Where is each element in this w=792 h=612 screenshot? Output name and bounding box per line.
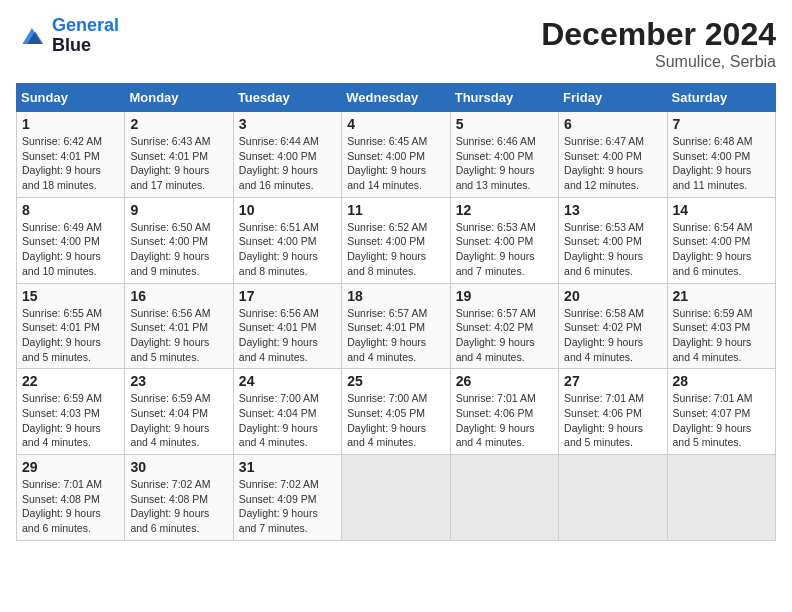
weekday-header-wednesday: Wednesday	[342, 84, 450, 112]
calendar-cell: 2Sunrise: 6:43 AM Sunset: 4:01 PM Daylig…	[125, 112, 233, 198]
day-number: 20	[564, 288, 661, 304]
day-info: Sunrise: 6:43 AM Sunset: 4:01 PM Dayligh…	[130, 134, 227, 193]
calendar-cell: 10Sunrise: 6:51 AM Sunset: 4:00 PM Dayli…	[233, 197, 341, 283]
title-area: December 2024 Sumulice, Serbia	[541, 16, 776, 71]
day-info: Sunrise: 6:42 AM Sunset: 4:01 PM Dayligh…	[22, 134, 119, 193]
day-number: 16	[130, 288, 227, 304]
calendar-cell: 31Sunrise: 7:02 AM Sunset: 4:09 PM Dayli…	[233, 455, 341, 541]
day-info: Sunrise: 6:44 AM Sunset: 4:00 PM Dayligh…	[239, 134, 336, 193]
day-info: Sunrise: 6:57 AM Sunset: 4:01 PM Dayligh…	[347, 306, 444, 365]
day-number: 14	[673, 202, 770, 218]
calendar-cell: 8Sunrise: 6:49 AM Sunset: 4:00 PM Daylig…	[17, 197, 125, 283]
day-info: Sunrise: 7:01 AM Sunset: 4:06 PM Dayligh…	[564, 391, 661, 450]
calendar-cell: 21Sunrise: 6:59 AM Sunset: 4:03 PM Dayli…	[667, 283, 775, 369]
weekday-header-sunday: Sunday	[17, 84, 125, 112]
day-number: 17	[239, 288, 336, 304]
calendar-cell: 9Sunrise: 6:50 AM Sunset: 4:00 PM Daylig…	[125, 197, 233, 283]
day-number: 22	[22, 373, 119, 389]
day-number: 13	[564, 202, 661, 218]
day-info: Sunrise: 7:00 AM Sunset: 4:05 PM Dayligh…	[347, 391, 444, 450]
day-number: 31	[239, 459, 336, 475]
weekday-header-saturday: Saturday	[667, 84, 775, 112]
day-info: Sunrise: 7:01 AM Sunset: 4:06 PM Dayligh…	[456, 391, 553, 450]
calendar-cell: 7Sunrise: 6:48 AM Sunset: 4:00 PM Daylig…	[667, 112, 775, 198]
calendar-cell: 5Sunrise: 6:46 AM Sunset: 4:00 PM Daylig…	[450, 112, 558, 198]
logo: General Blue	[16, 16, 119, 56]
weekday-header-tuesday: Tuesday	[233, 84, 341, 112]
day-number: 15	[22, 288, 119, 304]
day-info: Sunrise: 6:51 AM Sunset: 4:00 PM Dayligh…	[239, 220, 336, 279]
day-number: 28	[673, 373, 770, 389]
day-info: Sunrise: 6:59 AM Sunset: 4:03 PM Dayligh…	[673, 306, 770, 365]
calendar-cell: 27Sunrise: 7:01 AM Sunset: 4:06 PM Dayli…	[559, 369, 667, 455]
day-number: 12	[456, 202, 553, 218]
calendar-cell: 15Sunrise: 6:55 AM Sunset: 4:01 PM Dayli…	[17, 283, 125, 369]
day-number: 30	[130, 459, 227, 475]
calendar-cell: 13Sunrise: 6:53 AM Sunset: 4:00 PM Dayli…	[559, 197, 667, 283]
calendar-cell	[559, 455, 667, 541]
calendar-cell: 1Sunrise: 6:42 AM Sunset: 4:01 PM Daylig…	[17, 112, 125, 198]
calendar-cell: 22Sunrise: 6:59 AM Sunset: 4:03 PM Dayli…	[17, 369, 125, 455]
day-info: Sunrise: 7:02 AM Sunset: 4:08 PM Dayligh…	[130, 477, 227, 536]
calendar-cell: 19Sunrise: 6:57 AM Sunset: 4:02 PM Dayli…	[450, 283, 558, 369]
calendar-cell: 26Sunrise: 7:01 AM Sunset: 4:06 PM Dayli…	[450, 369, 558, 455]
day-info: Sunrise: 6:58 AM Sunset: 4:02 PM Dayligh…	[564, 306, 661, 365]
day-number: 25	[347, 373, 444, 389]
month-title: December 2024	[541, 16, 776, 53]
calendar-cell: 14Sunrise: 6:54 AM Sunset: 4:00 PM Dayli…	[667, 197, 775, 283]
calendar-cell: 20Sunrise: 6:58 AM Sunset: 4:02 PM Dayli…	[559, 283, 667, 369]
day-number: 24	[239, 373, 336, 389]
calendar-cell: 16Sunrise: 6:56 AM Sunset: 4:01 PM Dayli…	[125, 283, 233, 369]
day-number: 2	[130, 116, 227, 132]
calendar-cell: 17Sunrise: 6:56 AM Sunset: 4:01 PM Dayli…	[233, 283, 341, 369]
calendar-cell	[667, 455, 775, 541]
day-number: 26	[456, 373, 553, 389]
day-info: Sunrise: 7:01 AM Sunset: 4:08 PM Dayligh…	[22, 477, 119, 536]
calendar-cell: 18Sunrise: 6:57 AM Sunset: 4:01 PM Dayli…	[342, 283, 450, 369]
calendar-cell: 4Sunrise: 6:45 AM Sunset: 4:00 PM Daylig…	[342, 112, 450, 198]
calendar-cell: 6Sunrise: 6:47 AM Sunset: 4:00 PM Daylig…	[559, 112, 667, 198]
day-info: Sunrise: 6:59 AM Sunset: 4:03 PM Dayligh…	[22, 391, 119, 450]
day-info: Sunrise: 7:02 AM Sunset: 4:09 PM Dayligh…	[239, 477, 336, 536]
day-number: 5	[456, 116, 553, 132]
day-number: 7	[673, 116, 770, 132]
day-info: Sunrise: 6:59 AM Sunset: 4:04 PM Dayligh…	[130, 391, 227, 450]
day-number: 10	[239, 202, 336, 218]
day-info: Sunrise: 6:45 AM Sunset: 4:00 PM Dayligh…	[347, 134, 444, 193]
day-number: 9	[130, 202, 227, 218]
logo-text: General Blue	[52, 16, 119, 56]
day-info: Sunrise: 6:49 AM Sunset: 4:00 PM Dayligh…	[22, 220, 119, 279]
day-info: Sunrise: 6:56 AM Sunset: 4:01 PM Dayligh…	[239, 306, 336, 365]
day-number: 4	[347, 116, 444, 132]
day-info: Sunrise: 6:50 AM Sunset: 4:00 PM Dayligh…	[130, 220, 227, 279]
calendar-cell: 28Sunrise: 7:01 AM Sunset: 4:07 PM Dayli…	[667, 369, 775, 455]
page-header: General Blue December 2024 Sumulice, Ser…	[16, 16, 776, 71]
day-info: Sunrise: 6:53 AM Sunset: 4:00 PM Dayligh…	[456, 220, 553, 279]
day-info: Sunrise: 6:55 AM Sunset: 4:01 PM Dayligh…	[22, 306, 119, 365]
day-number: 3	[239, 116, 336, 132]
weekday-header-thursday: Thursday	[450, 84, 558, 112]
calendar-cell: 23Sunrise: 6:59 AM Sunset: 4:04 PM Dayli…	[125, 369, 233, 455]
day-number: 6	[564, 116, 661, 132]
calendar-table: SundayMondayTuesdayWednesdayThursdayFrid…	[16, 83, 776, 541]
logo-icon	[16, 20, 48, 52]
calendar-cell: 30Sunrise: 7:02 AM Sunset: 4:08 PM Dayli…	[125, 455, 233, 541]
day-number: 18	[347, 288, 444, 304]
day-info: Sunrise: 7:01 AM Sunset: 4:07 PM Dayligh…	[673, 391, 770, 450]
day-info: Sunrise: 6:57 AM Sunset: 4:02 PM Dayligh…	[456, 306, 553, 365]
day-number: 27	[564, 373, 661, 389]
day-info: Sunrise: 7:00 AM Sunset: 4:04 PM Dayligh…	[239, 391, 336, 450]
day-number: 29	[22, 459, 119, 475]
calendar-cell: 29Sunrise: 7:01 AM Sunset: 4:08 PM Dayli…	[17, 455, 125, 541]
day-info: Sunrise: 6:56 AM Sunset: 4:01 PM Dayligh…	[130, 306, 227, 365]
day-info: Sunrise: 6:53 AM Sunset: 4:00 PM Dayligh…	[564, 220, 661, 279]
weekday-header-monday: Monday	[125, 84, 233, 112]
calendar-cell	[450, 455, 558, 541]
day-info: Sunrise: 6:48 AM Sunset: 4:00 PM Dayligh…	[673, 134, 770, 193]
day-info: Sunrise: 6:54 AM Sunset: 4:00 PM Dayligh…	[673, 220, 770, 279]
day-info: Sunrise: 6:52 AM Sunset: 4:00 PM Dayligh…	[347, 220, 444, 279]
calendar-cell: 11Sunrise: 6:52 AM Sunset: 4:00 PM Dayli…	[342, 197, 450, 283]
day-number: 19	[456, 288, 553, 304]
day-number: 8	[22, 202, 119, 218]
day-number: 1	[22, 116, 119, 132]
